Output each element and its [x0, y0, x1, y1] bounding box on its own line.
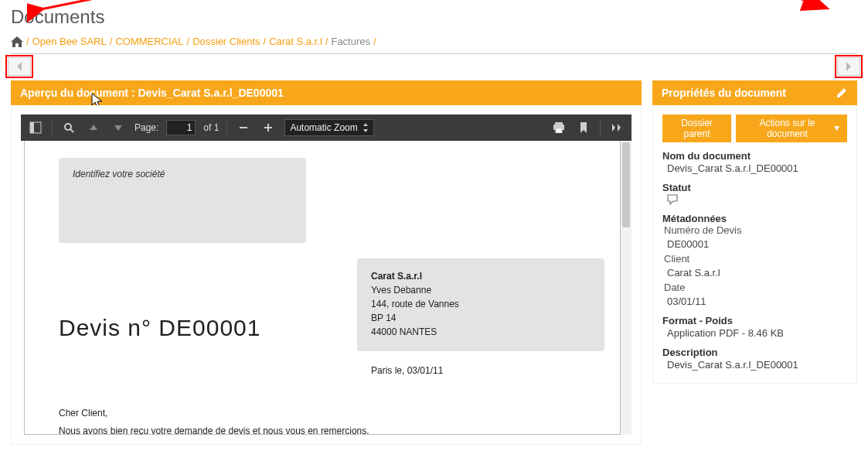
prop-meta-num-value: DE00001: [662, 237, 847, 253]
breadcrumb-item[interactable]: Open Bee SARL: [32, 36, 107, 47]
pdf-scrollbar[interactable]: [621, 141, 631, 435]
prev-document-button[interactable]: [8, 57, 31, 76]
svg-rect-11: [556, 128, 562, 133]
preview-header-prefix: Aperçu du document :: [20, 87, 138, 99]
svg-line-5: [70, 129, 73, 132]
prop-format-value: Application PDF - 8.46 KB: [662, 326, 847, 342]
page-number-input[interactable]: [166, 120, 196, 135]
prop-metadata-label: Métadonnées: [662, 213, 847, 224]
preview-header-docname: Devis_Carat S.a.r.l_DE00001: [138, 87, 283, 99]
properties-panel-header: Propriétés du document: [652, 80, 857, 105]
breadcrumb-sep: /: [187, 36, 190, 47]
prop-format-label: Format - Poids: [662, 315, 847, 326]
svg-rect-3: [30, 122, 34, 133]
page-of-label: of 1: [203, 122, 219, 133]
prop-description-value: Devis_Carat S.a.r.l_DE00001: [662, 358, 847, 374]
doc-company-box: Identifiez votre société: [59, 158, 306, 243]
prop-name-label: Nom du document: [662, 150, 847, 162]
breadcrumb: / Open Bee SARL / COMMERCIAL / Dossier C…: [0, 31, 868, 53]
doc-para: Nous avons bien reçu votre demande de de…: [59, 425, 369, 435]
parent-folder-button[interactable]: Dossier parent: [662, 114, 731, 142]
doc-place-date: Paris le, 03/01/11: [371, 365, 443, 376]
home-icon[interactable]: [11, 36, 23, 47]
breadcrumb-item[interactable]: Carat S.a.r.l: [269, 36, 322, 47]
properties-header-label: Propriétés du document: [662, 87, 786, 99]
print-icon[interactable]: [550, 119, 567, 136]
breadcrumb-sep: /: [264, 36, 267, 47]
sidebar-toggle-icon[interactable]: [27, 119, 44, 136]
prop-meta-client-label: Client: [662, 253, 847, 266]
zoom-select-label: Automatic Zoom: [290, 122, 357, 133]
document-actions-button[interactable]: Actions sur le document: [736, 114, 847, 142]
prop-name-value: Devis_Carat S.a.r.l_DE00001: [662, 162, 847, 177]
prop-meta-num-label: Numéro de Devis: [662, 224, 847, 237]
svg-rect-6: [240, 127, 247, 128]
caret-down-icon: [834, 126, 839, 131]
updown-icon: [363, 123, 369, 132]
prop-meta-date-value: 03/01/11: [662, 295, 847, 310]
status-icon: [662, 193, 847, 208]
tools-menu-icon[interactable]: [608, 119, 625, 136]
svg-rect-9: [555, 122, 563, 125]
page-label: Page:: [134, 122, 158, 133]
bookmark-icon[interactable]: [575, 119, 592, 136]
breadcrumb-item[interactable]: Dossier Clients: [192, 36, 260, 47]
edit-icon[interactable]: [836, 87, 848, 99]
prop-description-label: Description: [662, 347, 847, 358]
zoom-select[interactable]: Automatic Zoom: [284, 119, 373, 136]
zoom-in-icon[interactable]: [260, 119, 277, 136]
pdf-toolbar: Page: of 1 Automatic Zoom: [21, 114, 631, 141]
breadcrumb-sep: /: [325, 36, 328, 47]
prop-status-label: Statut: [662, 182, 847, 193]
next-document-button[interactable]: [837, 57, 860, 76]
breadcrumb-sep: /: [26, 36, 29, 47]
page-title: Documents: [0, 0, 868, 31]
doc-greeting: Cher Client,: [59, 408, 107, 419]
svg-rect-8: [267, 124, 269, 132]
search-icon[interactable]: [60, 119, 77, 136]
breadcrumb-current: Factures: [331, 36, 370, 47]
breadcrumb-item[interactable]: COMMERCIAL: [115, 36, 183, 47]
breadcrumb-sep: /: [373, 36, 376, 47]
prop-meta-client-value: Carat S.a.r.l: [662, 266, 847, 282]
preview-panel-header: Aperçu du document : Devis_Carat S.a.r.l…: [11, 80, 642, 105]
page-up-icon[interactable]: [85, 119, 102, 136]
breadcrumb-sep: /: [110, 36, 113, 47]
pdf-page: Identifiez votre société Carat S.a.r.l Y…: [24, 141, 621, 435]
svg-point-4: [65, 124, 71, 130]
page-down-icon[interactable]: [110, 119, 127, 136]
prop-meta-date-label: Date: [662, 282, 847, 295]
doc-recipient-box: Carat S.a.r.l Yves Debanne 144, route de…: [357, 258, 604, 351]
zoom-out-icon[interactable]: [235, 119, 252, 136]
doc-title: Devis n° DE00001: [59, 315, 260, 341]
